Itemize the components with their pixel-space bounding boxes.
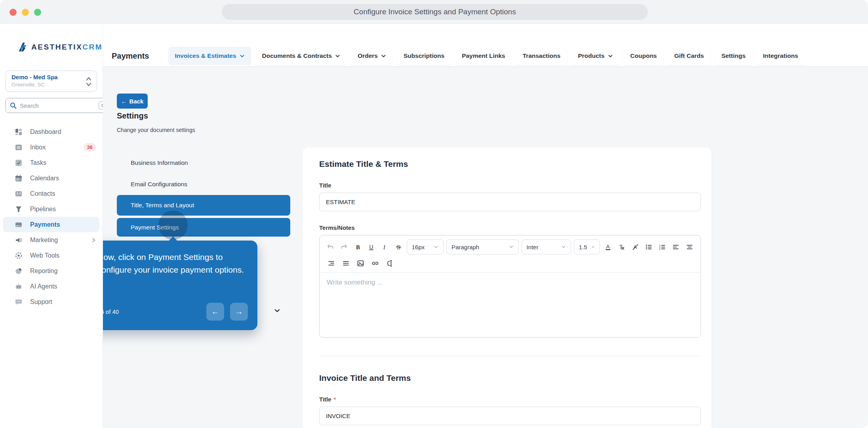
- sidebar-item-payments[interactable]: Payments: [3, 217, 99, 232]
- terms-notes-label: Terms/Notes: [319, 224, 701, 231]
- tour-tooltip: Now, click on Payment Settings to config…: [103, 241, 257, 330]
- chevron-down-icon: [434, 245, 438, 249]
- close-window-button[interactable]: [10, 9, 17, 16]
- sidebar-item-contacts[interactable]: Contacts: [0, 186, 103, 201]
- highlight-color-icon[interactable]: A: [630, 241, 640, 253]
- zoom-window-button[interactable]: [34, 9, 41, 16]
- settings-subheading: Change your document settings: [117, 127, 195, 133]
- italic-icon[interactable]: I: [379, 241, 390, 253]
- sidebar-item-calendars[interactable]: Calendars: [0, 170, 103, 186]
- align-justify-icon[interactable]: [340, 257, 352, 269]
- tab-transactions[interactable]: Transactions: [516, 47, 567, 65]
- tooltip-arrow: [169, 236, 177, 241]
- tab-gift-cards[interactable]: Gift Cards: [668, 47, 711, 65]
- minimize-window-button[interactable]: [22, 9, 29, 16]
- window-title: Configure Invoice Settings and Payment O…: [222, 4, 648, 20]
- support-icon: [15, 298, 22, 306]
- line-height-select[interactable]: 1.5: [574, 239, 600, 254]
- contacts-icon: [15, 190, 22, 197]
- align-right-icon[interactable]: [325, 257, 337, 269]
- estimate-section-heading: Estimate Title & Terms: [319, 159, 701, 169]
- font-size-select[interactable]: 16px: [407, 239, 444, 254]
- tab-documents-contracts[interactable]: Documents & Contracts: [255, 47, 347, 65]
- arrow-left-icon: ←: [211, 307, 219, 316]
- title-terms-card: Estimate Title & Terms Title Terms/Notes…: [303, 147, 712, 428]
- sidebar-item-ai-agents[interactable]: AI Agents: [0, 279, 103, 294]
- tab-invoices-estimates[interactable]: Invoices & Estimates: [168, 47, 251, 65]
- tour-previous-button[interactable]: ←: [206, 303, 224, 321]
- align-left-icon[interactable]: [670, 241, 681, 253]
- location-switcher[interactable]: Demo - Med Spa Greenville, SC: [6, 71, 97, 92]
- menu-item-business-information[interactable]: Business Information: [117, 152, 290, 174]
- undo-icon[interactable]: [325, 241, 336, 253]
- menu-collapse-chevron[interactable]: [271, 304, 284, 317]
- sidebar-item-reporting[interactable]: Reporting: [0, 263, 103, 279]
- required-asterisk: *: [334, 396, 336, 403]
- search-input[interactable]: [20, 102, 99, 109]
- section-divider: [319, 356, 701, 356]
- terms-editor-body[interactable]: Write something ...: [320, 273, 700, 292]
- brand-name: AESTHETIXCRM: [31, 43, 103, 52]
- insert-link-icon[interactable]: [369, 257, 381, 269]
- page-title: Payments: [112, 47, 149, 65]
- sidebar-item-dashboard[interactable]: Dashboard: [0, 124, 103, 139]
- svg-text:3: 3: [659, 248, 661, 250]
- redo-icon[interactable]: [339, 241, 349, 253]
- location-name: Demo - Med Spa: [11, 74, 58, 80]
- ordered-list-icon[interactable]: 123: [657, 241, 668, 253]
- font-color-icon[interactable]: A: [603, 241, 613, 253]
- search-box[interactable]: ctrlK: [6, 98, 117, 113]
- pipelines-icon: [15, 206, 22, 213]
- tab-subscriptions[interactable]: Subscriptions: [397, 47, 451, 65]
- tab-payment-links[interactable]: Payment Links: [455, 47, 512, 65]
- editor-toolbar: B U I S 16px Paragraph: [320, 235, 700, 273]
- inbox-count-badge: 36: [84, 143, 96, 151]
- inbox-icon: [15, 144, 22, 151]
- dashboard-icon: [15, 128, 22, 136]
- sidebar-item-marketing[interactable]: Marketing: [0, 232, 103, 248]
- ai-agents-icon: [15, 283, 22, 290]
- block-type-select[interactable]: Paragraph: [446, 239, 519, 254]
- tab-integrations[interactable]: Integrations: [756, 47, 805, 65]
- search-icon: [10, 102, 17, 109]
- tasks-icon: [15, 159, 22, 166]
- sidebar-item-pipelines[interactable]: Pipelines: [0, 201, 103, 217]
- text-cursor-icon[interactable]: [384, 257, 396, 269]
- tab-coupons[interactable]: Coupons: [624, 47, 664, 65]
- invoice-title-input[interactable]: [319, 407, 701, 425]
- tab-orders[interactable]: Orders: [351, 47, 393, 65]
- menu-item-email-configurations[interactable]: Email Configurations: [117, 174, 290, 195]
- tab-products[interactable]: Products: [571, 47, 619, 65]
- bullet-list-icon[interactable]: [643, 241, 654, 253]
- settings-content: ←Back Settings Change your document sett…: [103, 67, 868, 428]
- nav-tabs: Invoices & Estimates Documents & Contrac…: [168, 47, 805, 65]
- arrow-right-icon: →: [235, 307, 243, 316]
- font-family-select[interactable]: Inter: [522, 239, 571, 254]
- chevron-down-icon: [273, 307, 281, 315]
- sidebar-item-tasks[interactable]: Tasks: [0, 155, 103, 170]
- bold-icon[interactable]: B: [352, 241, 363, 253]
- sidebar-item-inbox[interactable]: Inbox 36: [0, 139, 103, 155]
- top-navigation: Payments Invoices & Estimates Documents …: [103, 24, 868, 67]
- location-city: Greenville, SC: [11, 82, 58, 88]
- sidebar-item-web-tools[interactable]: Web Tools: [0, 248, 103, 263]
- brand-logo[interactable]: AESTHETIXCRM: [17, 40, 103, 55]
- tab-settings[interactable]: Settings: [715, 47, 752, 65]
- menu-item-title-terms-layout[interactable]: Title, Terms and Layout: [117, 195, 290, 216]
- tour-next-button[interactable]: →: [230, 303, 248, 321]
- svg-text:I: I: [383, 244, 386, 250]
- sidebar-item-support[interactable]: Support: [0, 294, 103, 310]
- underline-icon[interactable]: U: [366, 241, 377, 253]
- clear-formatting-icon[interactable]: T: [616, 241, 627, 253]
- insert-image-icon[interactable]: [354, 257, 366, 269]
- menu-item-payment-settings[interactable]: Payment Settings: [117, 218, 290, 237]
- tooltip-text: Now, click on Payment Settings to config…: [103, 251, 246, 276]
- back-button[interactable]: ←Back: [117, 94, 148, 109]
- settings-heading: Settings: [117, 111, 148, 120]
- chevron-down-icon: [335, 54, 340, 59]
- sidebar-menu: Dashboard Inbox 36 Tasks Calendars: [0, 124, 103, 310]
- invoice-title-label: Title *: [319, 396, 701, 403]
- align-center-icon[interactable]: [684, 241, 695, 253]
- strikethrough-icon[interactable]: S: [393, 241, 404, 253]
- estimate-title-input[interactable]: [319, 193, 701, 211]
